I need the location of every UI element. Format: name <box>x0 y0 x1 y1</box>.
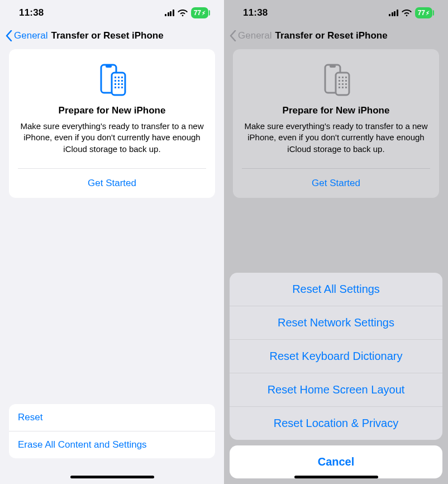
back-label: General <box>14 30 47 41</box>
battery-level: 77 <box>194 9 201 17</box>
home-indicator[interactable] <box>70 476 154 478</box>
svg-rect-13 <box>118 87 120 88</box>
svg-rect-1 <box>106 65 112 68</box>
svg-rect-14 <box>121 87 123 88</box>
erase-button[interactable]: Erase All Content and Settings <box>9 431 215 458</box>
svg-rect-3 <box>115 77 116 78</box>
card-title: Prepare for New iPhone <box>20 105 204 116</box>
card-body: Prepare for New iPhone Make sure everyth… <box>9 49 215 168</box>
svg-rect-10 <box>118 83 120 85</box>
status-icons: 77⚡︎ <box>165 7 208 18</box>
back-button[interactable]: General <box>6 30 47 41</box>
prepare-card: Prepare for New iPhone Make sure everyth… <box>9 49 215 198</box>
home-indicator[interactable] <box>294 476 378 478</box>
reset-network-settings-button[interactable]: Reset Network Settings <box>230 306 442 339</box>
nav-bar: General Transfer or Reset iPhone <box>0 26 224 49</box>
reset-home-screen-layout-button[interactable]: Reset Home Screen Layout <box>230 373 442 406</box>
svg-rect-7 <box>118 80 120 82</box>
svg-rect-5 <box>121 77 123 78</box>
get-started-button[interactable]: Get Started <box>9 169 215 198</box>
devices-icon <box>93 64 132 96</box>
screen-right: 11:38 77⚡︎ General Transfer or Reset iPh… <box>224 0 448 484</box>
svg-rect-4 <box>118 77 120 78</box>
status-time: 11:38 <box>19 7 44 18</box>
options-list: Reset Erase All Content and Settings <box>9 404 215 458</box>
screen-left: 11:38 77⚡︎ General Transfer or Reset iPh… <box>0 0 224 484</box>
svg-rect-8 <box>121 80 123 82</box>
svg-rect-12 <box>115 87 116 88</box>
svg-rect-9 <box>115 83 116 85</box>
reset-location-privacy-button[interactable]: Reset Location & Privacy <box>230 406 442 440</box>
page-title: Transfer or Reset iPhone <box>51 30 163 41</box>
reset-all-settings-button[interactable]: Reset All Settings <box>230 273 442 306</box>
chevron-left-icon <box>6 30 12 41</box>
svg-rect-6 <box>115 80 116 82</box>
status-bar: 11:38 77⚡︎ <box>0 0 224 26</box>
wifi-icon <box>178 10 188 17</box>
reset-keyboard-dictionary-button[interactable]: Reset Keyboard Dictionary <box>230 339 442 373</box>
reset-action-sheet: Reset All Settings Reset Network Setting… <box>230 273 442 478</box>
cellular-icon <box>165 10 174 16</box>
reset-button[interactable]: Reset <box>9 404 215 431</box>
sheet-options: Reset All Settings Reset Network Setting… <box>230 273 442 440</box>
battery-icon: 77⚡︎ <box>191 7 208 18</box>
svg-rect-11 <box>121 83 123 85</box>
charging-icon: ⚡︎ <box>202 10 206 16</box>
card-description: Make sure everything's ready to transfer… <box>20 121 204 155</box>
cancel-button[interactable]: Cancel <box>230 445 442 478</box>
